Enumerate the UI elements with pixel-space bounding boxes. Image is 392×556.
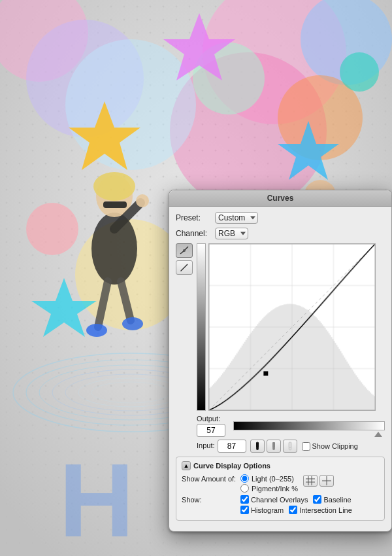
histogram-label[interactable]: Histogram — [240, 506, 284, 514]
pencil-tool-button[interactable] — [176, 260, 193, 275]
eyedropper-gray-button[interactable] — [267, 440, 281, 453]
curve-display-options-label: Curve Display Options — [193, 462, 270, 470]
channel-select[interactable]: RGB — [215, 228, 248, 239]
grid-large-button[interactable] — [319, 475, 334, 487]
show-amount-label: Show Amount of: — [182, 474, 240, 483]
intersection-line-checkbox[interactable] — [289, 506, 297, 514]
intersection-line-text: Intersection Line — [299, 506, 352, 514]
svg-point-34 — [86, 324, 107, 337]
dialog-titlebar: Curves — [169, 190, 391, 207]
channel-grid-buttons — [303, 474, 334, 487]
input-row: Input: — [197, 440, 385, 453]
curve-canvas[interactable] — [208, 243, 376, 411]
collapse-button[interactable]: ▲ — [182, 461, 191, 470]
svg-rect-29 — [103, 201, 127, 208]
light-radio-label[interactable]: Light (0–255) — [240, 474, 298, 483]
vertical-gradient-bar — [197, 243, 206, 411]
show-label: Show: — [182, 496, 240, 504]
pigment-radio-label[interactable]: Pigment/Ink % — [240, 484, 298, 493]
curve-tools — [176, 243, 193, 411]
output-input[interactable] — [197, 424, 225, 437]
baseline-checkbox[interactable] — [313, 495, 321, 504]
curve-canvas-wrap[interactable] — [208, 243, 376, 411]
svg-point-10 — [340, 52, 379, 92]
curve-display-options-section: ▲ Curve Display Options Show Amount of: … — [176, 457, 385, 521]
svg-point-46 — [289, 447, 291, 450]
curve-display-wrap — [197, 243, 376, 411]
show-clipping-label[interactable]: Show Clipping — [302, 442, 358, 451]
channel-overlays-checkbox[interactable] — [240, 495, 249, 504]
channel-row: Channel: RGB — [176, 228, 385, 239]
svg-line-38 — [181, 264, 188, 271]
gradient-triangle — [374, 432, 382, 437]
show-clipping-checkbox[interactable] — [302, 442, 310, 451]
show-row-2: Histogram Intersection Line — [182, 506, 379, 514]
channel-label: Channel: — [176, 229, 215, 238]
grid-small-button[interactable] — [303, 475, 318, 487]
preset-label: Preset: — [176, 213, 215, 222]
curves-dialog: Curves Preset: Custom Channel: RGB — [169, 190, 392, 532]
pigment-radio[interactable] — [240, 484, 249, 493]
section-title-row: ▲ Curve Display Options — [182, 461, 379, 470]
channel-select-wrap[interactable]: RGB — [215, 228, 248, 239]
preset-select-wrap[interactable]: Custom — [215, 212, 258, 224]
eyedropper-black-button[interactable] — [250, 440, 265, 453]
baseline-label[interactable]: Baseline — [313, 495, 351, 504]
svg-point-44 — [272, 447, 275, 450]
histogram-checkbox[interactable] — [240, 506, 249, 514]
svg-rect-40 — [256, 442, 259, 448]
svg-point-37 — [183, 249, 186, 252]
channel-overlays-label[interactable]: Channel Overlays — [240, 495, 308, 504]
input-label: Input: — [197, 442, 215, 449]
light-label: Light (0–255) — [252, 475, 294, 483]
output-input-row: Output: — [176, 415, 385, 437]
dialog-title: Curves — [267, 194, 294, 203]
baseline-text: Baseline — [323, 496, 351, 504]
preset-select[interactable]: Custom — [215, 212, 258, 224]
histogram-text: Histogram — [251, 506, 284, 514]
svg-point-12 — [26, 203, 78, 255]
pigment-label: Pigment/Ink % — [252, 485, 298, 493]
svg-point-35 — [122, 317, 143, 330]
channel-overlays-text: Channel Overlays — [251, 496, 308, 504]
output-label: Output: — [197, 415, 220, 423]
input-input[interactable] — [218, 440, 246, 453]
show-amount-row: Show Amount of: Light (0–255) Pigment/In… — [182, 474, 379, 493]
show-amount-radio-group: Light (0–255) Pigment/Ink % — [240, 474, 298, 493]
svg-text:H: H — [59, 442, 135, 556]
intersection-line-label[interactable]: Intersection Line — [289, 506, 352, 514]
horizontal-gradient-bar — [233, 421, 385, 430]
svg-point-41 — [256, 447, 259, 450]
svg-rect-45 — [289, 442, 291, 448]
output-wrap: Output: — [197, 415, 225, 437]
preset-row: Preset: Custom — [176, 212, 385, 224]
svg-point-31 — [136, 194, 149, 207]
curve-area — [176, 243, 385, 411]
svg-rect-43 — [272, 442, 275, 448]
svg-point-8 — [65, 39, 196, 170]
svg-point-28 — [93, 172, 135, 201]
eyedropper-white-button[interactable] — [283, 440, 297, 453]
curve-tool-button[interactable] — [176, 243, 193, 258]
light-radio[interactable] — [240, 474, 249, 483]
show-row-1: Show: Channel Overlays Baseline — [182, 495, 379, 504]
